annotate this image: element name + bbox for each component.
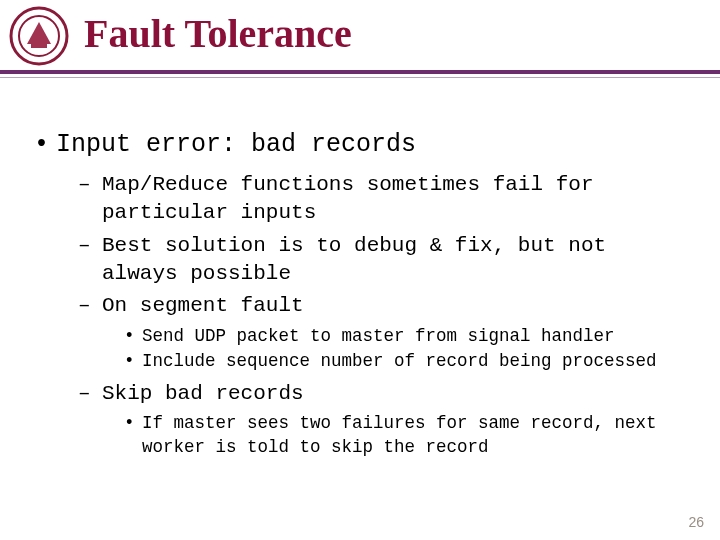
bullet-level2: Best solution is to debug & fix, but not…	[78, 232, 692, 289]
slide: Fault Tolerance Input error: bad records…	[0, 0, 720, 540]
slide-body: Input error: bad records Map/Reduce func…	[32, 130, 692, 462]
bullet-level2: On segment fault	[78, 292, 692, 320]
bullet-level3: Include sequence number of record being …	[122, 350, 692, 374]
page-number: 26	[688, 514, 704, 530]
university-seal-icon	[9, 6, 69, 66]
bullet-level3: Send UDP packet to master from signal ha…	[122, 325, 692, 349]
bullet-level3: If master sees two failures for same rec…	[122, 412, 692, 459]
bullet-level1: Input error: bad records	[32, 130, 692, 159]
bullet-level2: Skip bad records	[78, 380, 692, 408]
svg-rect-2	[31, 42, 47, 48]
slide-header: Fault Tolerance	[0, 0, 720, 88]
bullet-level2: Map/Reduce functions sometimes fail for …	[78, 171, 692, 228]
title-underline	[0, 70, 720, 78]
slide-title: Fault Tolerance	[84, 12, 720, 56]
